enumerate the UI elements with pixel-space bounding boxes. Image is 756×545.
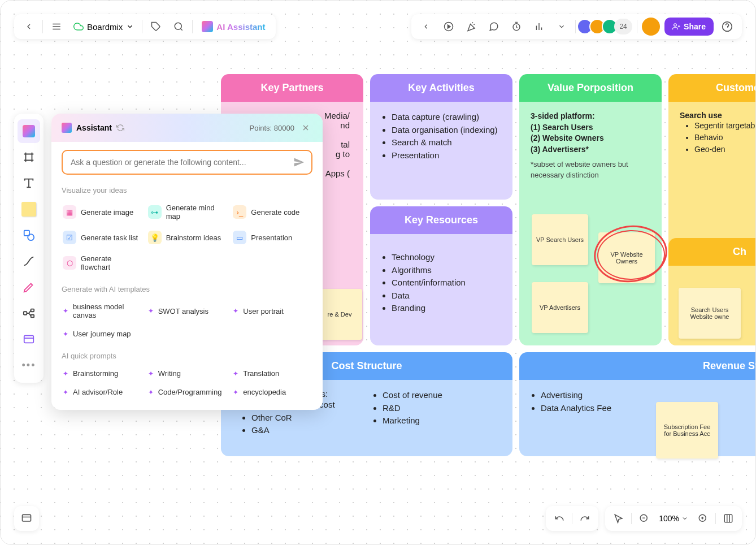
left-toolbar: ••• [14,114,44,383]
card-title: Key Resources [370,206,512,234]
svg-rect-16 [24,312,27,315]
more-icon[interactable] [553,18,571,36]
card-title: Customer [668,74,756,102]
sticky-note[interactable]: Search Users Website owne [679,288,741,339]
ai-panel-title-label: Assistant [76,123,112,132]
ai-option-generate-code[interactable]: ›_Generate code [232,201,312,223]
sticky-note[interactable]: VP Search Users [532,214,588,265]
section-title: AI quick prompts [62,352,312,360]
redo-button[interactable] [577,511,593,526]
send-icon[interactable] [293,157,305,168]
connector-tool-icon[interactable] [18,249,40,273]
mindmap-tool-icon[interactable] [18,301,40,325]
ai-prompt-code[interactable]: ✦Code/Programming [147,386,228,399]
cursor-tool-icon[interactable] [611,511,627,526]
sparkle-icon: ✦ [233,307,238,315]
sticky-note[interactable]: VP Advertisers [532,282,588,333]
card-title: Revenue Streams [519,352,756,380]
chevron-left-icon[interactable] [417,18,435,36]
points-label: Points: 80000 [249,124,294,132]
pen-tool-icon[interactable] [18,275,40,299]
ai-template-user-portrait[interactable]: ✦User portrait [232,300,312,322]
sticky-note[interactable]: Subscription Fee for Business Acc [656,402,718,459]
key-resources-card[interactable]: Key Resources Technology Algorithms Cont… [370,206,512,345]
page-list-button[interactable] [14,506,39,531]
topbar-right: 24 Share [411,14,742,39]
ai-option-flowchart[interactable]: ⬡Generate flowchart [62,252,142,274]
section-title: Visualize your ideas [62,186,312,194]
svg-point-3 [175,23,182,29]
sparkle-icon: ✦ [148,388,154,396]
sparkle-icon: ✦ [148,370,154,378]
collaborator-avatars[interactable]: 24 [580,19,632,34]
ai-option-presentation[interactable]: ▭Presentation [232,228,312,246]
text-tool-icon[interactable] [18,171,40,195]
ai-template-swot[interactable]: ✦SWOT analysis [147,300,228,322]
key-activities-card[interactable]: Key Activities Data capture (crawling) D… [370,74,512,200]
zoom-level-dropdown[interactable]: 100% [657,514,690,523]
svg-line-4 [181,28,183,30]
minimap-icon[interactable] [720,511,736,526]
ai-assistant-button[interactable]: AI Assistant [197,21,270,32]
sparkle-icon: ✦ [63,330,68,338]
ai-option-brainstorm[interactable]: 💡Brainstorm ideas [147,228,228,246]
bottom-controls: 100% [546,506,742,531]
back-button[interactable] [20,18,38,36]
frame-tool-icon[interactable] [18,145,40,169]
ai-tool-icon[interactable] [18,119,40,143]
share-button[interactable]: Share [664,18,714,36]
card-tool-icon[interactable] [18,327,40,351]
zoom-out-button[interactable] [636,511,652,526]
card-title: Key Partners [221,74,363,102]
ai-prompt-writing[interactable]: ✦Writing [147,367,228,380]
more-tools-icon[interactable]: ••• [18,353,40,377]
app-name-dropdown[interactable]: Boardmix [70,21,137,32]
ai-template-journey-map[interactable]: ✦User journey map [62,327,142,340]
sticky-note[interactable]: re & Dev [317,289,362,340]
topbar-left: Boardmix AI Assistant [14,14,276,39]
timer-icon[interactable] [507,18,525,36]
card-body: Data capture (crawling) Data organisatio… [370,102,512,200]
bulb-icon: 💡 [148,231,162,244]
checklist-icon: ☑ [63,231,76,244]
image-icon: ▦ [63,205,76,219]
zoom-in-button[interactable] [695,511,711,526]
ai-prompt-brainstorm[interactable]: ✦Brainstorming [62,367,142,380]
ai-template-bmc[interactable]: ✦business model canvas [62,300,142,322]
zoom-label: 100% [659,514,679,523]
card-title: Value Porposition [519,74,662,102]
ai-option-generate-image[interactable]: ▦Generate image [62,201,142,223]
undo-button[interactable] [551,511,567,526]
close-icon[interactable] [301,123,312,132]
mindmap-icon: ⊶ [148,205,162,219]
celebrate-icon[interactable] [462,18,480,36]
ai-prompt-encyclopedia[interactable]: ✦encyclopedia [232,386,312,399]
menu-icon[interactable] [47,18,66,36]
svg-rect-23 [23,514,31,521]
tag-icon[interactable] [147,18,165,36]
sticky-note[interactable]: VP Website Owners [598,232,655,283]
help-icon[interactable] [718,18,736,36]
play-icon[interactable] [440,18,458,36]
shape-tool-icon[interactable] [18,223,40,247]
refresh-icon[interactable] [116,124,124,132]
revenue-streams-card[interactable]: Revenue Streams Advertising Data Analyti… [519,352,756,456]
ai-assistant-panel: Assistant Points: 80000 Visualize your i… [51,114,323,410]
user-avatar[interactable] [642,18,660,36]
sparkle-icon: ✦ [233,370,238,378]
svg-rect-17 [31,309,34,312]
sparkle-icon: ✦ [63,307,68,315]
ai-option-task-list[interactable]: ☑Generate task list [62,228,142,246]
ai-prompt-input[interactable] [62,150,312,175]
sticky-note-tool-icon[interactable] [18,197,40,221]
ai-prompt-translation[interactable]: ✦Translation [232,367,312,380]
chart-icon[interactable] [530,18,548,36]
ai-option-mind-map[interactable]: ⊶Generate mind map [147,201,228,223]
comment-icon[interactable] [485,18,503,36]
ai-logo-icon [62,123,72,133]
search-icon[interactable] [170,18,188,36]
presentation-icon: ▭ [233,231,246,244]
ai-prompt-advisor[interactable]: ✦AI advisor/Role [62,386,142,399]
svg-marker-6 [448,25,451,28]
card-body: Advertising Data Analytics Fee [519,380,756,456]
